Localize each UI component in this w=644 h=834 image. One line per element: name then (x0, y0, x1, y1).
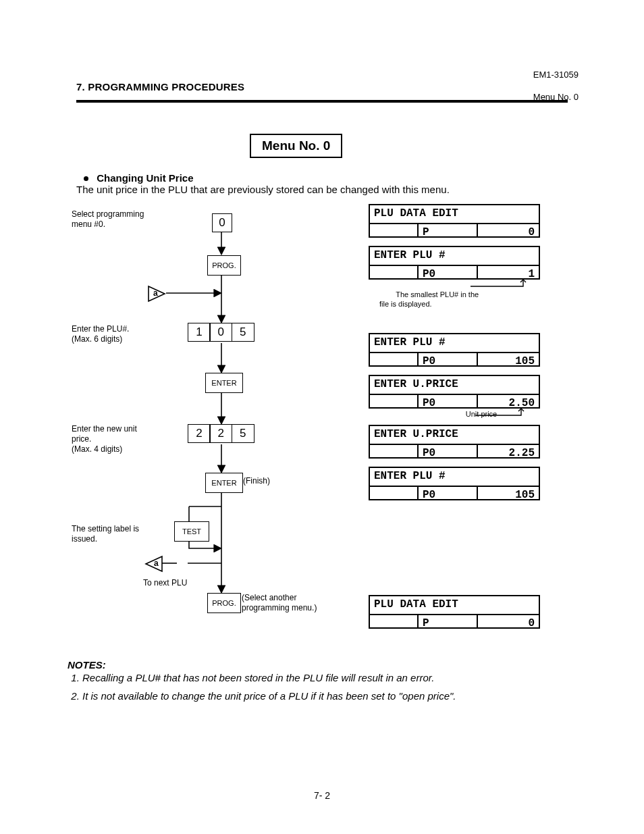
display-title: ENTER PLU # (369, 333, 540, 353)
display-cell-blank (369, 394, 419, 409)
flow-digits-plu: 105 (188, 323, 254, 342)
flow-key-enter-1: ENTER (205, 373, 243, 393)
display-block: ENTER U.PRICE P0 2.50 Unit price (369, 375, 540, 419)
digit-cell: 1 (188, 323, 211, 342)
caption-enter-price: Enter the new unit price. (Max. 4 digits… (72, 424, 137, 454)
flow-key-test: TEST (174, 521, 209, 542)
flow-digits-price: 225 (188, 424, 254, 443)
display-title: ENTER PLU # (369, 246, 540, 266)
display-title: ENTER PLU # (369, 467, 540, 487)
display-cell-center: P0 (417, 352, 478, 367)
loop-label-a-out: a (154, 558, 159, 569)
digit-cell: 0 (209, 323, 232, 342)
subsection-title: Changing Unit Price (97, 172, 193, 184)
caption-label-issued: The setting label is issued. (72, 524, 139, 544)
display-cell-center: P (417, 223, 478, 238)
display-block: ENTER PLU # P0 105 (369, 467, 540, 500)
display-cell-blank (369, 486, 419, 500)
display-cell-center: P (417, 614, 478, 629)
display-cell-blank (369, 614, 419, 629)
section-heading: 7. PROGRAMMING PROCEDURES (76, 80, 244, 93)
display-note: Unit price (369, 410, 540, 419)
display-cell-center: P0 (417, 394, 478, 409)
header-rule (76, 100, 568, 103)
loop-label-a-in: a (153, 288, 158, 298)
display-cell-value: 105 (477, 352, 540, 367)
display-sequence: PLU DATA EDIT P 0 ENTER PLU # P0 1 The s… (369, 204, 540, 634)
display-title: PLU DATA EDIT (369, 204, 540, 224)
display-block: PLU DATA EDIT P 0 (369, 204, 540, 238)
digit-cell: 2 (209, 424, 232, 443)
page-title: Menu No. 0 (262, 138, 330, 153)
display-cell-blank (369, 223, 419, 238)
note-item: It is not available to change the unit p… (82, 689, 514, 702)
display-cell-center: P0 (417, 265, 478, 280)
display-cell-value: 2.25 (477, 444, 540, 459)
callout-arrow-icon (471, 280, 531, 289)
label-select-another: (Select another programming menu.) (242, 593, 317, 614)
display-note: The smallest PLU# in the file is display… (379, 281, 540, 328)
digit-cell: 5 (232, 424, 254, 443)
display-cell-center: P0 (417, 486, 478, 500)
flow-key-prog: PROG. (207, 255, 241, 276)
display-cell-value: 1 (477, 265, 540, 280)
display-block: PLU DATA EDIT P 0 (369, 595, 540, 629)
digit-cell: 5 (232, 323, 254, 342)
display-block: ENTER PLU # P0 1 The smallest PLU# in th… (369, 246, 540, 328)
display-cell-blank (369, 352, 419, 367)
callout-arrow-icon (475, 409, 536, 418)
page-number: 7- 2 (0, 790, 644, 802)
label-finish: (Finish) (243, 476, 270, 486)
display-cell-value: 2.50 (477, 394, 540, 409)
caption-enter-plu: Enter the PLU#. (Max. 6 digits) (72, 324, 129, 344)
display-cell-value: 105 (477, 486, 540, 500)
label-to-next-plu: To next PLU (143, 578, 187, 588)
flow-key-prog-2: PROG. (207, 593, 241, 613)
display-title: PLU DATA EDIT (369, 595, 540, 615)
flow-key-enter-2: ENTER (205, 473, 243, 493)
notes-section: NOTES: Recalling a PLU# that has not bee… (68, 658, 567, 708)
flow-key-0: 0 (212, 213, 232, 232)
doc-code: EM1-31059 (533, 70, 579, 81)
display-block: ENTER PLU # P0 105 (369, 333, 540, 367)
flowchart: Select programming menu #0. 0 PROG. a En… (68, 203, 358, 621)
display-title: ENTER U.PRICE (369, 375, 540, 395)
display-cell-blank (369, 444, 419, 459)
caption-select-menu: Select programming menu #0. (72, 209, 144, 230)
intro-text: The unit price in the PLU that are previ… (76, 183, 450, 196)
note-item: Recalling a PLU# that has not been store… (82, 671, 514, 684)
display-cell-value: 0 (477, 223, 540, 238)
bullet-icon (84, 176, 88, 181)
display-note-text: The smallest PLU# in the file is display… (379, 290, 479, 308)
display-title: ENTER U.PRICE (369, 425, 540, 445)
page-title-box: Menu No. 0 (250, 134, 342, 158)
display-cell-center: P0 (417, 444, 478, 459)
digit-cell: 2 (188, 424, 211, 443)
display-block: ENTER U.PRICE P0 2.25 (369, 425, 540, 459)
display-cell-blank (369, 265, 419, 280)
notes-heading: NOTES: (68, 658, 120, 671)
display-cell-value: 0 (477, 614, 540, 629)
